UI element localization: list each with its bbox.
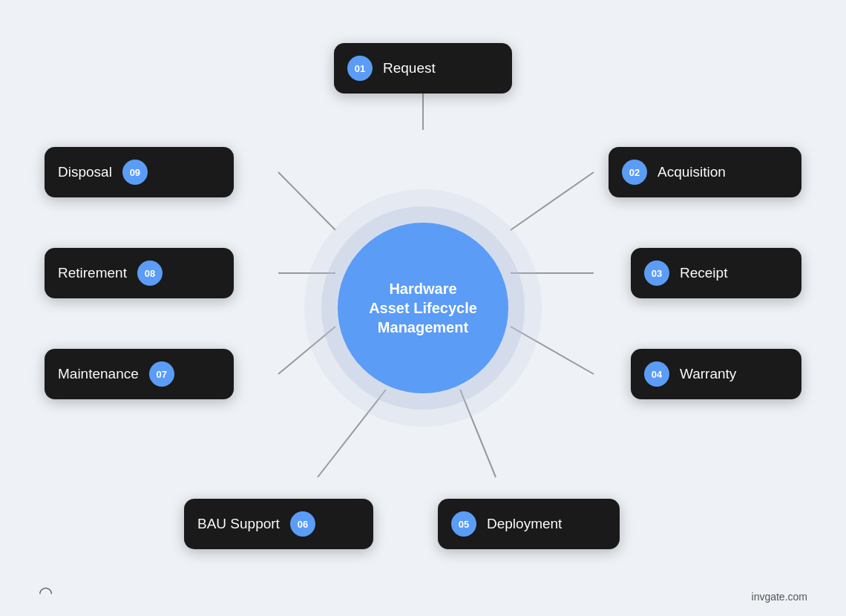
badge-07: 07 <box>149 361 174 387</box>
svg-line-8 <box>278 172 335 230</box>
node-maintenance[interactable]: Maintenance 07 <box>45 349 234 399</box>
diagram-container: Hardware Asset Lifecycle Management 01 R… <box>0 0 846 616</box>
footer-url: invgate.com <box>752 591 807 603</box>
svg-line-4 <box>460 390 496 477</box>
badge-08: 08 <box>137 261 163 286</box>
badge-05: 05 <box>451 511 476 537</box>
svg-line-5 <box>318 390 386 477</box>
badge-09: 09 <box>122 160 148 185</box>
center-line3: Management <box>369 318 477 337</box>
label-request: Request <box>383 60 436 76</box>
node-request[interactable]: 01 Request <box>334 43 512 94</box>
label-disposal: Disposal <box>58 164 112 180</box>
label-warranty: Warranty <box>680 366 736 382</box>
center-circle: Hardware Asset Lifecycle Management <box>338 223 508 393</box>
node-receipt[interactable]: 03 Receipt <box>631 248 801 298</box>
center-line1: Hardware <box>369 279 477 298</box>
node-acquisition[interactable]: 02 Acquisition <box>609 147 801 197</box>
node-deployment[interactable]: 05 Deployment <box>438 499 620 549</box>
badge-02: 02 <box>622 160 647 185</box>
label-retirement: Retirement <box>58 265 127 281</box>
node-warranty[interactable]: 04 Warranty <box>631 349 801 399</box>
node-bau-support[interactable]: BAU Support 06 <box>184 499 373 549</box>
label-maintenance: Maintenance <box>58 366 139 382</box>
node-disposal[interactable]: Disposal 09 <box>45 147 234 197</box>
center-line2: Asset Lifecycle <box>369 298 477 318</box>
brand-icon: ◠ <box>39 583 53 602</box>
svg-line-3 <box>511 327 594 374</box>
label-deployment: Deployment <box>487 516 562 532</box>
badge-03: 03 <box>644 261 669 286</box>
node-retirement[interactable]: Retirement 08 <box>45 248 234 298</box>
label-receipt: Receipt <box>680 265 727 281</box>
badge-04: 04 <box>644 361 669 387</box>
svg-line-1 <box>511 172 594 230</box>
svg-line-6 <box>278 327 335 374</box>
badge-01: 01 <box>347 56 373 81</box>
badge-06: 06 <box>290 511 315 537</box>
label-bau-support: BAU Support <box>197 516 280 532</box>
footer-logo: ◠ <box>39 583 53 603</box>
label-acquisition: Acquisition <box>658 164 726 180</box>
